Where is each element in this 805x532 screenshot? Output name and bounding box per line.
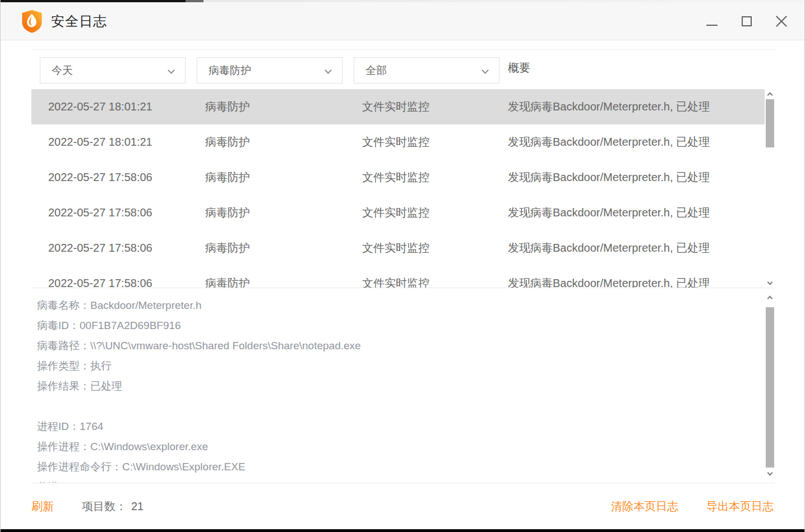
row-time: 2022-05-27 17:58:06 <box>48 206 200 219</box>
detail-value: 执行 <box>90 360 112 372</box>
detail-line-virus-name: 病毒名称：Backdoor/Meterpreter.h <box>37 295 758 316</box>
detail-line-action-result: 操作结果：已处理 <box>37 376 758 396</box>
row-time: 2022-05-27 18:01:21 <box>48 136 200 149</box>
category-filter-dropdown[interactable]: 病毒防护 <box>197 57 343 84</box>
chevron-up-icon[interactable] <box>765 90 775 99</box>
row-category: 病毒防护 <box>205 99 357 114</box>
scrollbar-thumb[interactable] <box>766 307 774 468</box>
detail-line-process-id: 进程ID：1764 <box>37 417 758 437</box>
detail-line-process: 操作进程：C:\Windows\explorer.exe <box>37 437 758 457</box>
maximize-icon[interactable] <box>734 9 759 34</box>
chevron-up-icon[interactable] <box>765 294 775 303</box>
row-time: 2022-05-27 17:58:06 <box>48 242 200 255</box>
detail-line-virus-id: 病毒ID：00F1B7A2D69BF916 <box>37 316 758 336</box>
detail-line-virus-path: 病毒路径：\\?\UNC\vmware-host\Shared Folders\… <box>37 336 758 356</box>
chevron-down-icon <box>168 67 175 74</box>
window-bottom-edge <box>1 529 804 532</box>
row-source: 文件实时监控 <box>362 99 502 114</box>
detail-value: 已处理 <box>90 380 122 392</box>
detail-line-action-type: 操作类型：执行 <box>37 356 758 376</box>
log-detail-panel: 病毒名称：Backdoor/Meterpreter.h 病毒ID：00F1B7A… <box>31 288 775 483</box>
refresh-button[interactable]: 刷新 <box>31 483 54 529</box>
row-summary: 发现病毒Backdoor/Meterpreter.h, 已处理 <box>508 240 771 256</box>
detail-lines: 病毒名称：Backdoor/Meterpreter.h 病毒ID：00F1B7A… <box>37 295 758 483</box>
table-row[interactable]: 2022-05-27 17:58:06 病毒防护 文件实时监控 发现病毒Back… <box>31 195 765 230</box>
date-filter-dropdown[interactable]: 今天 <box>40 57 186 84</box>
row-source: 文件实时监控 <box>362 240 502 256</box>
filter-bar: 今天 病毒防护 全部 概要 <box>31 50 775 86</box>
type-filter-dropdown[interactable]: 全部 <box>354 57 499 84</box>
table-row[interactable]: 2022-05-27 18:01:21 病毒防护 文件实时监控 发现病毒Back… <box>31 89 765 124</box>
row-time: 2022-05-27 17:58:06 <box>48 171 200 184</box>
detail-line-parent-process: 父进程：C:\Windows\System32\userinit.exe <box>37 477 758 483</box>
footer-actions: 清除本页日志 导出本页日志 <box>611 483 774 529</box>
detail-value: \\?\UNC\vmware-host\Shared Folders\Share… <box>90 340 361 351</box>
detail-scrollbar[interactable] <box>765 293 775 478</box>
detail-value: C:\Windows\explorer.exe <box>90 441 208 452</box>
date-filter-value: 今天 <box>52 63 73 78</box>
window-controls <box>695 2 799 40</box>
export-page-logs-button[interactable]: 导出本页日志 <box>706 499 774 514</box>
footer-bar: 刷新 项目数： 21 清除本页日志 导出本页日志 <box>1 483 804 529</box>
chevron-down-icon[interactable] <box>765 277 775 286</box>
row-summary: 发现病毒Backdoor/Meterpreter.h, 已处理 <box>508 135 771 150</box>
type-filter-value: 全部 <box>366 63 387 78</box>
row-summary: 发现病毒Backdoor/Meterpreter.h, 已处理 <box>508 99 771 114</box>
row-summary: 发现病毒Backdoor/Meterpreter.h, 已处理 <box>508 170 771 185</box>
security-log-window: 安全日志 今天 病毒防护 全部 概要 2022-05-27 <box>0 0 805 532</box>
chevron-down-icon <box>325 67 332 74</box>
detail-label: 操作类型： <box>37 360 90 372</box>
log-table-panel: 今天 病毒防护 全部 概要 2022-05-27 18:01:21 病毒防护 文… <box>31 49 775 288</box>
detail-value: 1764 <box>80 420 103 432</box>
table-row[interactable]: 2022-05-27 18:01:21 病毒防护 文件实时监控 发现病毒Back… <box>31 124 765 160</box>
detail-label: 操作进程命令行： <box>37 461 122 473</box>
detail-value: 00F1B7A2D69BF916 <box>80 320 181 331</box>
chevron-down-icon[interactable] <box>765 468 775 477</box>
item-count-label: 项目数： <box>82 499 127 514</box>
row-category: 病毒防护 <box>205 205 357 220</box>
row-source: 文件实时监控 <box>362 170 502 185</box>
row-source: 文件实时监控 <box>362 205 502 220</box>
title-bar: 安全日志 <box>1 2 804 40</box>
shield-flame-icon <box>21 10 43 33</box>
row-time: 2022-05-27 18:01:21 <box>48 100 200 113</box>
minimize-icon[interactable] <box>700 9 724 34</box>
row-category: 病毒防护 <box>205 135 357 150</box>
table-row[interactable]: 2022-05-27 17:58:06 病毒防护 文件实时监控 发现病毒Back… <box>31 230 765 266</box>
detail-label: 病毒名称： <box>37 299 90 311</box>
item-count: 项目数： 21 <box>82 483 144 529</box>
table-row[interactable]: 2022-05-27 17:58:06 病毒防护 文件实时监控 发现病毒Back… <box>31 266 765 288</box>
scrollbar-thumb[interactable] <box>766 99 774 147</box>
detail-label: 进程ID： <box>37 420 80 432</box>
detail-value: C:\Windows\Explorer.EXE <box>122 461 246 473</box>
row-summary: 发现病毒Backdoor/Meterpreter.h, 已处理 <box>508 205 771 220</box>
table-row[interactable]: 2022-05-27 17:58:06 病毒防护 文件实时监控 发现病毒Back… <box>31 160 765 195</box>
page-title: 安全日志 <box>51 12 107 30</box>
row-summary: 发现病毒Backdoor/Meterpreter.h, 已处理 <box>508 276 771 288</box>
row-category: 病毒防护 <box>205 276 357 288</box>
summary-column-header: 概要 <box>508 50 530 86</box>
item-count-value: 21 <box>131 500 144 513</box>
close-icon[interactable] <box>769 9 794 34</box>
category-filter-value: 病毒防护 <box>209 63 251 78</box>
row-category: 病毒防护 <box>205 240 357 256</box>
row-time: 2022-05-27 17:58:06 <box>48 277 200 288</box>
detail-label: 操作结果： <box>37 380 90 392</box>
list-scrollbar[interactable] <box>765 89 775 288</box>
detail-label: 病毒路径： <box>37 340 90 351</box>
clear-page-logs-button[interactable]: 清除本页日志 <box>611 499 678 514</box>
log-rows-viewport: 2022-05-27 18:01:21 病毒防护 文件实时监控 发现病毒Back… <box>31 89 775 288</box>
row-source: 文件实时监控 <box>362 135 502 150</box>
row-category: 病毒防护 <box>205 170 357 185</box>
row-source: 文件实时监控 <box>362 276 502 288</box>
detail-label: 病毒ID： <box>37 320 80 331</box>
chevron-down-icon <box>482 67 489 74</box>
detail-line-process-cmdline: 操作进程命令行：C:\Windows\Explorer.EXE <box>37 457 758 477</box>
detail-label: 操作进程： <box>37 441 90 452</box>
window-top-edge <box>1 0 804 2</box>
detail-value: Backdoor/Meterpreter.h <box>90 299 202 311</box>
